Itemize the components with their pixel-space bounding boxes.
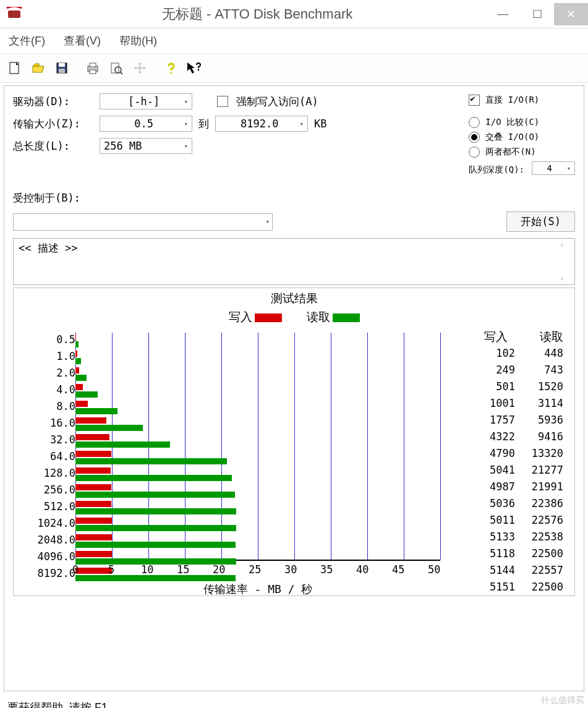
description-textarea[interactable]: << 描述 >> ▴▾ bbox=[13, 238, 575, 285]
read-bar bbox=[75, 341, 79, 348]
read-bar bbox=[75, 475, 232, 481]
bar-row bbox=[75, 533, 440, 550]
write-bar bbox=[75, 417, 106, 424]
close-button[interactable]: ✕ bbox=[554, 3, 588, 25]
direct-io-checkbox[interactable] bbox=[469, 95, 480, 106]
write-value: 5036 bbox=[472, 495, 515, 512]
x-axis-label: 传输速率 - MB / 秒 bbox=[75, 582, 440, 597]
chevron-down-icon: ▾ bbox=[184, 142, 188, 150]
move-icon[interactable] bbox=[130, 58, 150, 78]
minimize-button[interactable]: — bbox=[486, 3, 520, 25]
io-compare-radio[interactable] bbox=[469, 117, 480, 128]
read-value: 22500 bbox=[520, 545, 563, 562]
svg-line-10 bbox=[120, 72, 122, 74]
write-bar bbox=[75, 551, 112, 557]
queue-depth-select[interactable]: 4▾ bbox=[532, 161, 575, 175]
chevron-down-icon: ▾ bbox=[299, 120, 304, 128]
write-value: 5011 bbox=[472, 512, 515, 529]
value-row: 249743 bbox=[446, 362, 574, 378]
controlled-by-label: 受控制于(B): bbox=[13, 191, 80, 205]
total-length-label: 总长度(L): bbox=[13, 139, 93, 153]
overlapped-io-label: 交叠 I/O(O) bbox=[485, 132, 539, 143]
print-preview-icon[interactable] bbox=[106, 58, 126, 78]
write-value: 1001 bbox=[472, 395, 515, 412]
read-value: 21277 bbox=[520, 462, 563, 479]
y-tick: 64.0 bbox=[26, 448, 75, 465]
chevron-down-icon: ▾ bbox=[566, 164, 571, 173]
title-bar: 无标题 - ATTO Disk Benchmark — ☐ ✕ bbox=[0, 0, 588, 28]
y-tick: 8192.0 bbox=[26, 565, 75, 582]
controlled-by-select[interactable]: ▾ bbox=[13, 213, 273, 231]
write-bar bbox=[75, 384, 83, 390]
read-bar bbox=[75, 391, 98, 398]
write-value: 5151 bbox=[472, 579, 515, 595]
help-icon[interactable] bbox=[161, 58, 181, 78]
overlapped-io-radio[interactable] bbox=[469, 132, 480, 143]
y-tick: 32.0 bbox=[26, 432, 75, 448]
scroll-up-icon[interactable]: ▴ bbox=[560, 240, 573, 249]
value-row: 503622386 bbox=[446, 495, 574, 512]
bar-row bbox=[75, 416, 440, 433]
bar-row bbox=[75, 399, 440, 416]
results-title: 测试结果 bbox=[14, 291, 574, 307]
write-value: 4322 bbox=[472, 429, 515, 445]
read-bar bbox=[75, 425, 143, 431]
drive-select[interactable]: [-h-]▾ bbox=[100, 93, 192, 109]
write-value: 4790 bbox=[472, 445, 515, 462]
col-write: 写入 bbox=[464, 329, 508, 345]
value-row: 10013114 bbox=[446, 395, 574, 412]
read-value: 9416 bbox=[520, 429, 563, 445]
save-icon[interactable] bbox=[52, 58, 72, 78]
read-bar bbox=[75, 542, 236, 548]
value-row: 515122500 bbox=[446, 579, 574, 595]
y-tick: 8.0 bbox=[26, 398, 75, 415]
read-swatch-icon bbox=[333, 313, 360, 322]
read-value: 448 bbox=[520, 345, 563, 362]
force-write-label: 强制写入访问(A) bbox=[236, 95, 318, 109]
bar-row bbox=[75, 383, 440, 399]
new-icon[interactable] bbox=[5, 58, 25, 78]
drive-label: 驱动器(D): bbox=[13, 95, 93, 109]
read-bar bbox=[75, 508, 236, 514]
svg-rect-3 bbox=[59, 63, 65, 67]
read-value: 22500 bbox=[520, 579, 563, 595]
col-read: 读取 bbox=[520, 329, 563, 345]
value-row: 504121277 bbox=[446, 462, 574, 479]
read-value: 1520 bbox=[520, 378, 563, 395]
y-tick: 1024.0 bbox=[26, 515, 75, 532]
menu-file[interactable]: 文件(F) bbox=[5, 31, 49, 51]
kb-label: KB bbox=[314, 117, 326, 130]
read-bar bbox=[75, 375, 87, 381]
maximize-button[interactable]: ☐ bbox=[520, 3, 554, 25]
write-value: 102 bbox=[472, 345, 515, 362]
write-value: 5133 bbox=[472, 529, 515, 545]
length-select[interactable]: 256 MB▾ bbox=[100, 138, 192, 154]
read-bar bbox=[75, 458, 227, 464]
transfer-from-select[interactable]: 0.5▾ bbox=[100, 116, 192, 132]
write-value: 5144 bbox=[472, 562, 515, 579]
menu-help[interactable]: 帮助(H) bbox=[116, 31, 161, 51]
value-row: 43229416 bbox=[446, 429, 574, 445]
bar-row bbox=[75, 366, 440, 383]
y-tick: 2048.0 bbox=[26, 532, 75, 548]
menu-bar: 文件(F) 查看(V) 帮助(H) bbox=[0, 28, 588, 53]
neither-radio[interactable] bbox=[469, 147, 480, 158]
force-write-checkbox[interactable] bbox=[217, 96, 228, 107]
chevron-down-icon: ▾ bbox=[265, 218, 270, 226]
write-value: 1757 bbox=[472, 412, 515, 429]
write-bar bbox=[75, 351, 77, 357]
io-compare-label: I/O 比较(C) bbox=[485, 117, 539, 128]
value-row: 479013320 bbox=[446, 445, 574, 462]
scroll-down-icon[interactable]: ▾ bbox=[560, 275, 573, 283]
read-value: 21991 bbox=[520, 479, 563, 495]
menu-view[interactable]: 查看(V) bbox=[60, 31, 104, 51]
read-value: 3114 bbox=[520, 395, 563, 412]
open-icon[interactable] bbox=[28, 58, 48, 78]
transfer-to-select[interactable]: 8192.0▾ bbox=[215, 116, 308, 132]
watermark: 什么值得买 bbox=[541, 695, 584, 706]
write-value: 4987 bbox=[472, 479, 515, 495]
bar-row bbox=[75, 333, 440, 349]
whats-this-icon[interactable] bbox=[184, 58, 204, 78]
print-icon[interactable] bbox=[83, 58, 103, 78]
start-button[interactable]: 开始(S) bbox=[506, 211, 575, 232]
